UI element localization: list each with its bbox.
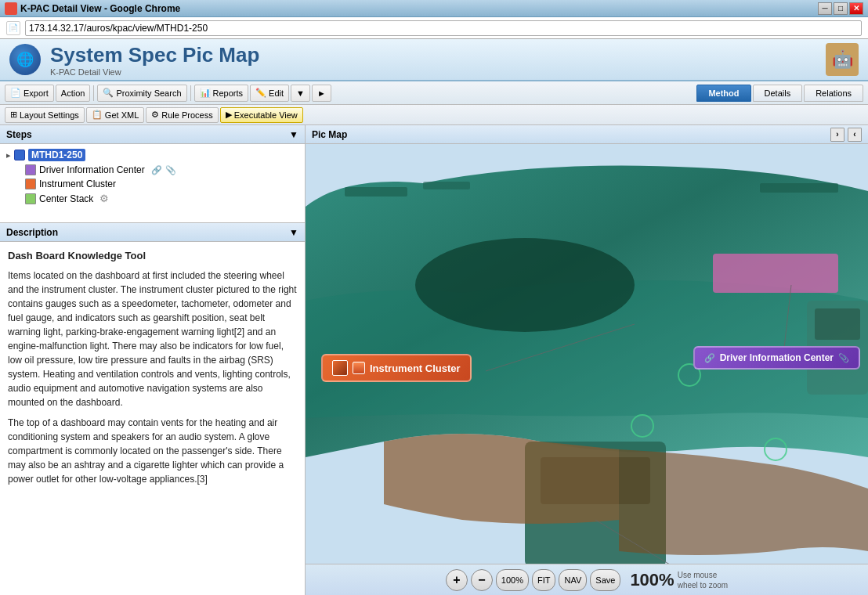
rule-process-button[interactable]: ⚙ Rule Process: [146, 107, 218, 123]
app-subtitle: K-PAC Detail View: [50, 67, 816, 77]
svg-point-0: [415, 238, 635, 332]
callout-driver-label: Driver Information Center: [720, 352, 834, 363]
callout-driver-info[interactable]: 🔗 Driver Information Center 📎: [693, 346, 860, 370]
steps-title: Steps: [6, 129, 32, 140]
zoom-controls: + − 100% FIT NAV Save 100% Use mousewhee…: [306, 564, 868, 595]
description-header: Description ▼: [0, 223, 305, 242]
export-button[interactable]: 📄 Export: [5, 85, 54, 102]
desc-paragraph-1: Items located on the dashboard at first …: [8, 269, 297, 409]
picmap-title: Pic Map: [312, 129, 347, 140]
paperclip-icon: 📎: [165, 165, 176, 175]
header-text: System Spec Pic Map K-PAC Detail View: [50, 43, 816, 77]
nav-arrow-button[interactable]: ►: [312, 85, 331, 102]
edit-label: Edit: [269, 88, 284, 98]
robot-icon: 🤖: [826, 43, 859, 76]
tree-label-driver[interactable]: Driver Information Center: [39, 164, 145, 175]
window-controls: ─ □ ✕: [818, 2, 863, 15]
url-input[interactable]: [25, 20, 862, 36]
proximity-label: Proximity Search: [116, 88, 181, 98]
executable-view-button[interactable]: ▶ Executable View: [220, 107, 303, 123]
edit-button[interactable]: ✏️ Edit: [250, 85, 289, 102]
description-section: Description ▼ Dash Board Knowledge Tool …: [0, 223, 305, 595]
svg-rect-9: [760, 183, 838, 193]
xml-icon: 📋: [92, 110, 103, 120]
more-button[interactable]: ▼: [291, 85, 310, 102]
left-panel: Steps ▼ ▸ MTHD1-250 Driver Information C…: [0, 125, 306, 595]
maximize-button[interactable]: □: [834, 2, 848, 15]
minimize-button[interactable]: ─: [818, 2, 832, 15]
zoom-out-button[interactable]: −: [471, 569, 493, 591]
reports-label: Reports: [213, 88, 244, 98]
right-panel: Pic Map › ‹: [306, 125, 868, 595]
zoom-hint: Use mousewheel to zoom: [678, 570, 728, 590]
picmap-header: Pic Map › ‹: [306, 125, 868, 144]
tree-item-instrument: Instrument Cluster: [25, 177, 298, 191]
tab-method-label: Method: [708, 88, 739, 98]
tab-relations[interactable]: Relations: [804, 85, 863, 102]
export-icon: 📄: [10, 88, 21, 98]
description-title: Description: [6, 227, 58, 238]
action-button[interactable]: Action: [56, 85, 91, 102]
toolbar-sep-1: [93, 85, 94, 101]
root-expander[interactable]: ▸: [6, 150, 11, 160]
layout-settings-button[interactable]: ⊞ Layout Settings: [5, 107, 85, 123]
close-button[interactable]: ✕: [849, 2, 863, 15]
steps-section: Steps ▼ ▸ MTHD1-250 Driver Information C…: [0, 125, 305, 223]
link-icon: 🔗: [151, 165, 162, 175]
tree-label-instrument[interactable]: Instrument Cluster: [39, 178, 116, 189]
desc-expand-icon[interactable]: ▼: [289, 227, 298, 238]
collapse-left-icon[interactable]: ‹: [848, 128, 862, 142]
zoom-nav-button[interactable]: NAV: [559, 569, 587, 591]
rule-icon: ⚙: [151, 110, 159, 120]
steps-header: Steps ▼: [0, 125, 305, 144]
globe-icon: 🌐: [9, 44, 41, 75]
get-xml-label: Get XML: [105, 110, 139, 120]
executable-view-label: Executable View: [234, 110, 298, 120]
picmap-canvas[interactable]: Instrument Cluster 🔗 Driver Information …: [306, 144, 868, 564]
toolbar-sep-2: [190, 85, 191, 101]
steps-collapse-icon[interactable]: ▼: [289, 129, 298, 140]
callout-instrument-cluster[interactable]: Instrument Cluster: [321, 354, 472, 382]
svg-rect-7: [345, 187, 407, 197]
driver-link-icon: 🔗: [704, 353, 715, 363]
proximity-icon: 🔍: [103, 88, 114, 98]
callout-instrument-icon: [353, 362, 365, 374]
tab-details[interactable]: Details: [753, 85, 803, 102]
zoom-in-button[interactable]: +: [446, 569, 468, 591]
svg-rect-8: [423, 182, 470, 189]
tab-method[interactable]: Method: [696, 85, 750, 102]
driver-attach-icon: 📎: [838, 353, 849, 363]
svg-rect-11: [815, 308, 860, 340]
root-label[interactable]: MTHD1-250: [28, 149, 85, 161]
picmap-header-icons: › ‹: [830, 128, 862, 142]
window-title: K-PAC Detail View - Google Chrome: [20, 3, 818, 14]
desc-paragraph-2: The top of a dashboard may contain vents…: [8, 416, 297, 486]
tree-label-center[interactable]: Center Stack: [39, 193, 93, 204]
color-swatch-green: [25, 193, 36, 204]
layout-settings-label: Layout Settings: [20, 110, 79, 120]
page-icon: 📄: [6, 21, 20, 35]
zoom-out-label: −: [478, 573, 485, 587]
tree-item-driver: Driver Information Center 🔗 📎: [25, 163, 298, 177]
expand-right-icon[interactable]: ›: [830, 128, 844, 142]
callout-instrument-label: Instrument Cluster: [370, 362, 461, 374]
zoom-fit-button[interactable]: FIT: [532, 569, 556, 591]
tree-root: ▸ MTHD1-250: [6, 147, 298, 163]
reports-icon: 📊: [200, 88, 211, 98]
app-header: 🌐 System Spec Pic Map K-PAC Detail View …: [0, 39, 868, 81]
toolbar: 📄 Export Action 🔍 Proximity Search 📊 Rep…: [0, 81, 868, 105]
zoom-percent-button[interactable]: 100%: [496, 569, 529, 591]
main-content: Steps ▼ ▸ MTHD1-250 Driver Information C…: [0, 125, 868, 595]
get-xml-button[interactable]: 📋 Get XML: [86, 107, 144, 123]
proximity-search-button[interactable]: 🔍 Proximity Search: [97, 85, 186, 102]
edit-icon: ✏️: [255, 88, 266, 98]
zoom-percent-label: 100%: [501, 575, 523, 585]
zoom-save-button[interactable]: Save: [590, 569, 620, 591]
zoom-in-label: +: [453, 573, 460, 587]
tree-item-center: Center Stack ⚙: [25, 191, 298, 206]
reports-button[interactable]: 📊 Reports: [194, 85, 249, 102]
color-swatch-purple: [25, 164, 36, 175]
steps-tree: ▸ MTHD1-250 Driver Information Center 🔗 …: [0, 144, 305, 222]
title-bar: K-PAC Detail View - Google Chrome ─ □ ✕: [0, 0, 868, 17]
executable-icon: ▶: [226, 110, 232, 120]
